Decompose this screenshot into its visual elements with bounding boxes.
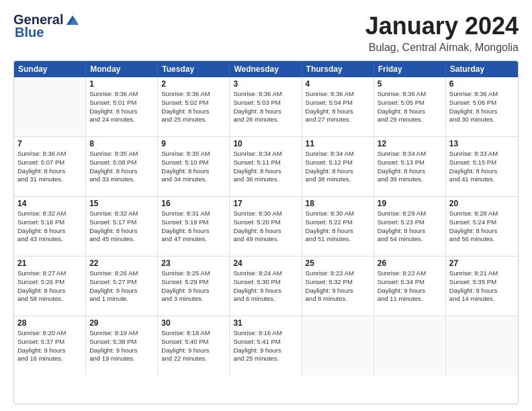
sunset-text: Sunset: 5:12 PM xyxy=(306,158,370,167)
table-row: 30Sunrise: 8:18 AMSunset: 5:40 PMDayligh… xyxy=(158,316,230,375)
day-number: 30 xyxy=(161,318,226,328)
header-monday: Monday xyxy=(86,61,158,77)
sunrise-text: Sunrise: 8:28 AM xyxy=(449,210,515,218)
sunset-text: Sunset: 5:16 PM xyxy=(17,218,82,227)
daylight-minutes: and 27 minutes. xyxy=(306,116,370,124)
daylight-minutes: and 31 minutes. xyxy=(17,175,82,184)
daylight-minutes: and 30 minutes. xyxy=(449,116,515,124)
sunrise-text: Sunrise: 8:18 AM xyxy=(161,329,226,338)
day-number: 9 xyxy=(161,139,226,148)
daylight-minutes: and 49 minutes. xyxy=(233,235,298,244)
sunset-text: Sunset: 5:20 PM xyxy=(233,218,298,227)
location: Bulag, Central Aimak, Mongolia xyxy=(365,42,519,54)
day-number: 25 xyxy=(306,259,370,268)
daylight-minutes: and 47 minutes. xyxy=(161,235,226,244)
logo-icon xyxy=(65,14,80,26)
daylight-text: Daylight: 9 hours xyxy=(449,287,515,295)
daylight-text: Daylight: 8 hours xyxy=(17,287,82,295)
daylight-text: Daylight: 9 hours xyxy=(378,287,442,295)
daylight-minutes: and 8 minutes. xyxy=(306,295,370,304)
day-number: 2 xyxy=(161,79,226,89)
day-number: 8 xyxy=(89,139,154,148)
sunset-text: Sunset: 5:40 PM xyxy=(161,338,226,347)
week-row-0: 1Sunrise: 8:36 AMSunset: 5:01 PMDaylight… xyxy=(14,77,518,137)
sunrise-text: Sunrise: 8:26 AM xyxy=(89,269,154,278)
sunset-text: Sunset: 5:08 PM xyxy=(89,158,154,167)
daylight-minutes: and 33 minutes. xyxy=(89,175,154,184)
sunset-text: Sunset: 5:11 PM xyxy=(233,158,298,167)
daylight-minutes: and 25 minutes. xyxy=(161,116,226,124)
daylight-minutes: and 39 minutes. xyxy=(378,175,442,184)
table-row: 15Sunrise: 8:32 AMSunset: 5:17 PMDayligh… xyxy=(86,197,158,256)
table-row: 11Sunrise: 8:34 AMSunset: 5:12 PMDayligh… xyxy=(302,137,374,196)
sunset-text: Sunset: 5:17 PM xyxy=(89,218,154,227)
title-block: January 2024 Bulag, Central Aimak, Mongo… xyxy=(365,12,519,54)
header-sunday: Sunday xyxy=(14,61,86,77)
day-number: 28 xyxy=(17,318,82,328)
daylight-minutes: and 45 minutes. xyxy=(89,235,154,244)
header-friday: Friday xyxy=(374,61,446,77)
week-row-4: 28Sunrise: 8:20 AMSunset: 5:37 PMDayligh… xyxy=(14,316,518,375)
day-number: 22 xyxy=(89,259,154,268)
sunset-text: Sunset: 5:35 PM xyxy=(449,278,515,287)
table-row: 8Sunrise: 8:35 AMSunset: 5:08 PMDaylight… xyxy=(86,137,158,196)
sunset-text: Sunset: 5:03 PM xyxy=(233,99,298,107)
table-row: 3Sunrise: 8:36 AMSunset: 5:03 PMDaylight… xyxy=(230,77,302,136)
daylight-minutes: and 1 minute. xyxy=(89,295,154,304)
daylight-minutes: and 56 minutes. xyxy=(449,235,515,244)
sunrise-text: Sunrise: 8:32 AM xyxy=(17,210,82,218)
table-row: 17Sunrise: 8:30 AMSunset: 5:20 PMDayligh… xyxy=(230,197,302,256)
sunrise-text: Sunrise: 8:29 AM xyxy=(378,210,442,218)
table-row: 31Sunrise: 8:16 AMSunset: 5:41 PMDayligh… xyxy=(230,316,302,375)
day-number: 4 xyxy=(306,79,370,89)
day-number: 6 xyxy=(449,79,515,89)
sunrise-text: Sunrise: 8:20 AM xyxy=(17,329,82,338)
daylight-text: Daylight: 8 hours xyxy=(306,167,370,176)
table-row: 19Sunrise: 8:29 AMSunset: 5:23 PMDayligh… xyxy=(374,197,446,256)
daylight-text: Daylight: 9 hours xyxy=(233,347,298,355)
day-number: 17 xyxy=(233,199,298,208)
calendar: Sunday Monday Tuesday Wednesday Thursday… xyxy=(13,60,519,404)
table-row: 23Sunrise: 8:25 AMSunset: 5:29 PMDayligh… xyxy=(158,257,230,316)
daylight-text: Daylight: 9 hours xyxy=(233,287,298,295)
sunset-text: Sunset: 5:32 PM xyxy=(306,278,370,287)
sunrise-text: Sunrise: 8:34 AM xyxy=(378,150,442,158)
header-wednesday: Wednesday xyxy=(230,61,302,77)
sunrise-text: Sunrise: 8:36 AM xyxy=(17,150,82,158)
sunrise-text: Sunrise: 8:16 AM xyxy=(233,329,298,338)
sunrise-text: Sunrise: 8:25 AM xyxy=(161,269,226,278)
daylight-text: Daylight: 9 hours xyxy=(161,287,226,295)
daylight-text: Daylight: 9 hours xyxy=(89,287,154,295)
daylight-minutes: and 22 minutes. xyxy=(161,355,226,363)
day-number: 1 xyxy=(89,79,154,89)
daylight-minutes: and 43 minutes. xyxy=(17,235,82,244)
sunset-text: Sunset: 5:13 PM xyxy=(378,158,442,167)
calendar-header: Sunday Monday Tuesday Wednesday Thursday… xyxy=(14,61,518,77)
table-row: 26Sunrise: 8:22 AMSunset: 5:34 PMDayligh… xyxy=(374,257,446,316)
daylight-minutes: and 25 minutes. xyxy=(233,355,298,363)
daylight-text: Daylight: 9 hours xyxy=(89,347,154,355)
day-number: 19 xyxy=(378,199,442,208)
daylight-minutes: and 26 minutes. xyxy=(233,116,298,124)
sunset-text: Sunset: 5:41 PM xyxy=(233,338,298,347)
daylight-text: Daylight: 9 hours xyxy=(306,287,370,295)
daylight-minutes: and 24 minutes. xyxy=(89,116,154,124)
sunrise-text: Sunrise: 8:35 AM xyxy=(89,150,154,158)
table-row: 29Sunrise: 8:19 AMSunset: 5:38 PMDayligh… xyxy=(86,316,158,375)
daylight-text: Daylight: 8 hours xyxy=(161,167,226,176)
day-number: 15 xyxy=(89,199,154,208)
table-row: 5Sunrise: 8:36 AMSunset: 5:05 PMDaylight… xyxy=(374,77,446,136)
day-number: 20 xyxy=(449,199,515,208)
day-number: 26 xyxy=(378,259,442,268)
sunset-text: Sunset: 5:27 PM xyxy=(89,278,154,287)
table-row: 27Sunrise: 8:21 AMSunset: 5:35 PMDayligh… xyxy=(446,257,518,316)
sunset-text: Sunset: 5:24 PM xyxy=(449,218,515,227)
sunrise-text: Sunrise: 8:34 AM xyxy=(306,150,370,158)
table-row xyxy=(446,316,518,375)
table-row: 4Sunrise: 8:36 AMSunset: 5:04 PMDaylight… xyxy=(302,77,374,136)
week-row-2: 14Sunrise: 8:32 AMSunset: 5:16 PMDayligh… xyxy=(14,197,518,257)
header: General Blue January 2024 Bulag, Central… xyxy=(13,12,519,54)
daylight-text: Daylight: 8 hours xyxy=(449,167,515,176)
daylight-text: Daylight: 8 hours xyxy=(17,167,82,176)
day-number: 16 xyxy=(161,199,226,208)
